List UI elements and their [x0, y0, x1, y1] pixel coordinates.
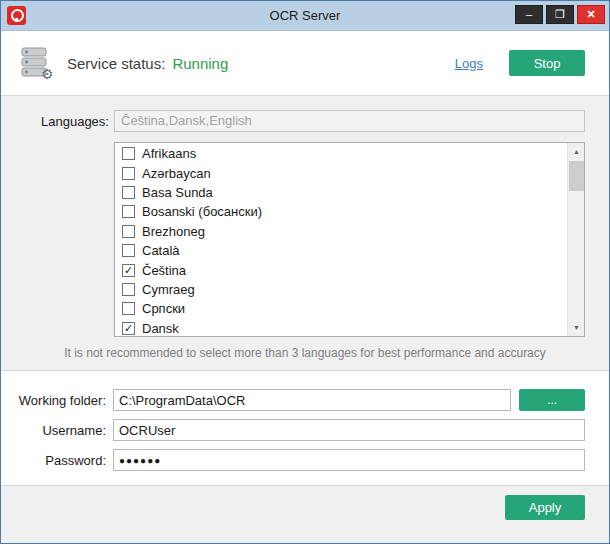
password-row: Password: — [1, 449, 585, 471]
language-list-item[interactable]: ✓Dansk — [115, 319, 567, 336]
language-label: Basa Sunda — [142, 185, 213, 200]
language-list-item[interactable]: Azərbaycan — [115, 163, 567, 182]
svg-text:⚙: ⚙ — [41, 66, 54, 80]
languages-panel: Languages: Čeština,Dansk,English Afrikaa… — [1, 95, 609, 371]
language-checkbox[interactable] — [122, 167, 135, 180]
footer-bar: Apply — [1, 485, 609, 543]
languages-row: Languages: Čeština,Dansk,English — [1, 110, 609, 132]
logs-link[interactable]: Logs — [455, 56, 483, 71]
titlebar: OCR Server – ❐ ✕ — [1, 1, 609, 31]
stop-button[interactable]: Stop — [509, 50, 585, 76]
server-icon: ⚙ — [19, 46, 55, 80]
language-list-item[interactable]: Brezhoneg — [115, 222, 567, 241]
language-list-item[interactable]: Српски — [115, 299, 567, 318]
scroll-up-arrow-icon[interactable]: ▲ — [568, 143, 585, 160]
language-label: Bosanski (босански) — [142, 204, 262, 219]
language-checkbox[interactable] — [122, 186, 135, 199]
maximize-button[interactable]: ❐ — [546, 5, 574, 24]
close-button[interactable]: ✕ — [577, 5, 605, 24]
language-checkbox[interactable]: ✓ — [122, 264, 135, 277]
service-status-bar: ⚙ Service status: Running Logs Stop — [1, 31, 609, 95]
username-row: Username: — [1, 419, 585, 441]
working-folder-row: Working folder: ... — [1, 389, 585, 411]
language-checkbox[interactable] — [122, 205, 135, 218]
minimize-button[interactable]: – — [515, 5, 543, 24]
ocr-server-window: OCR Server – ❐ ✕ ⚙ Service status: Runni… — [0, 0, 610, 544]
language-label: Cymraeg — [142, 282, 195, 297]
language-list: AfrikaansAzərbaycanBasa SundaBosanski (б… — [115, 144, 567, 336]
language-list-item[interactable]: Bosanski (босански) — [115, 202, 567, 221]
languages-summary-field: Čeština,Dansk,English — [114, 110, 585, 132]
language-checkbox[interactable] — [122, 225, 135, 238]
window-controls: – ❐ ✕ — [515, 5, 605, 24]
listbox-scrollbar[interactable]: ▲ ▼ — [567, 143, 584, 336]
language-checkbox[interactable] — [122, 147, 135, 160]
working-folder-label: Working folder: — [1, 393, 106, 408]
language-label: Afrikaans — [142, 146, 196, 161]
language-checkbox[interactable] — [122, 302, 135, 315]
language-list-item[interactable]: ✓Čeština — [115, 260, 567, 279]
scroll-down-arrow-icon[interactable]: ▼ — [568, 319, 585, 336]
password-label: Password: — [1, 453, 106, 468]
service-status-label: Service status: — [67, 55, 165, 72]
language-list-item[interactable]: Basa Sunda — [115, 183, 567, 202]
languages-label: Languages: — [41, 114, 107, 129]
working-folder-input[interactable] — [113, 389, 511, 411]
settings-form: Working folder: ... Username: Password: — [1, 371, 609, 485]
password-input[interactable] — [113, 449, 585, 471]
apply-button[interactable]: Apply — [505, 495, 585, 520]
language-label: Српски — [142, 301, 185, 316]
language-list-item[interactable]: Afrikaans — [115, 144, 567, 163]
language-listbox: AfrikaansAzərbaycanBasa SundaBosanski (б… — [114, 142, 585, 337]
language-list-item[interactable]: Cymraeg — [115, 280, 567, 299]
language-list-item[interactable]: Català — [115, 241, 567, 260]
service-status-value: Running — [172, 55, 228, 72]
username-label: Username: — [1, 423, 106, 438]
language-label: Brezhoneg — [142, 224, 205, 239]
language-label: Català — [142, 243, 180, 258]
browse-button[interactable]: ... — [519, 389, 585, 411]
language-checkbox[interactable] — [122, 244, 135, 257]
languages-hint-text: It is not recommended to select more tha… — [1, 346, 609, 360]
language-label: Čeština — [142, 263, 186, 278]
username-input[interactable] — [113, 419, 585, 441]
language-checkbox[interactable] — [122, 283, 135, 296]
scrollbar-thumb[interactable] — [569, 161, 584, 191]
language-label: Azərbaycan — [142, 166, 211, 181]
language-label: Dansk — [142, 321, 179, 336]
language-checkbox[interactable]: ✓ — [122, 322, 135, 335]
